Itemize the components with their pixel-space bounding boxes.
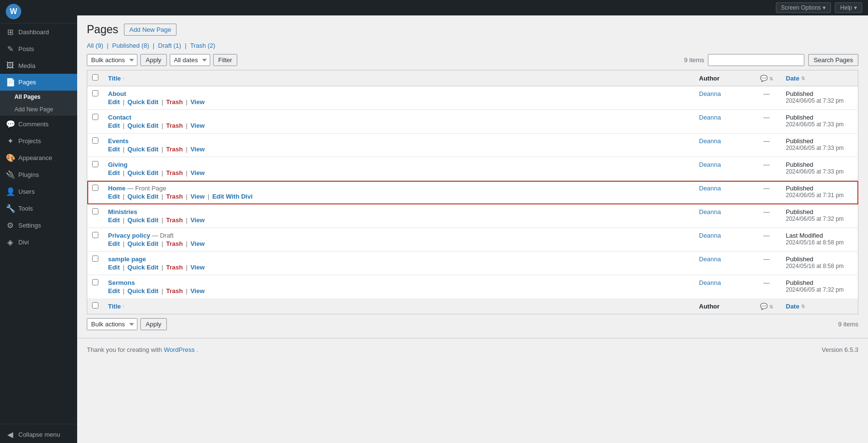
sidebar-item-dashboard[interactable]: ⊞ Dashboard [0, 24, 77, 40]
row-action-edit[interactable]: Edit [108, 287, 120, 295]
row-checkbox[interactable] [92, 232, 98, 238]
sidebar-item-settings[interactable]: ⚙ Settings [0, 217, 77, 234]
row-checkbox[interactable] [92, 114, 98, 120]
sidebar-item-tools[interactable]: 🔧 Tools [0, 200, 77, 217]
row-action-view[interactable]: View [190, 98, 204, 106]
row-action-trash[interactable]: Trash [166, 122, 183, 129]
sidebar-item-comments[interactable]: 💬 Comments [0, 116, 77, 133]
sidebar-item-add-new-page[interactable]: Add New Page [0, 103, 77, 116]
row-checkbox[interactable] [92, 90, 98, 96]
row-action-quick-edit[interactable]: Quick Edit [127, 193, 158, 200]
row-action-edit[interactable]: Edit [108, 98, 120, 106]
bulk-actions-select-bottom[interactable]: Bulk actions [87, 318, 137, 330]
sidebar-item-users[interactable]: 👤 Users [0, 183, 77, 200]
select-all-checkbox-top[interactable] [92, 74, 98, 81]
row-action-trash[interactable]: Trash [166, 264, 183, 271]
row-action-trash[interactable]: Trash [166, 98, 183, 106]
row-action-quick-edit[interactable]: Quick Edit [127, 169, 158, 176]
row-title-link[interactable]: sample page [108, 255, 146, 263]
row-action-quick-edit[interactable]: Quick Edit [127, 264, 158, 271]
row-author-link[interactable]: Deanna [699, 137, 721, 145]
search-pages-button[interactable]: Search Pages [808, 54, 858, 66]
row-title-link[interactable]: Sermons [108, 279, 135, 286]
row-author-link[interactable]: Deanna [699, 208, 721, 215]
row-action-quick-edit[interactable]: Quick Edit [127, 240, 158, 247]
row-action-quick-edit[interactable]: Quick Edit [127, 216, 158, 224]
row-author-link[interactable]: Deanna [699, 232, 721, 239]
sidebar-item-all-pages[interactable]: All Pages [0, 91, 77, 103]
row-author-link[interactable]: Deanna [699, 255, 721, 263]
row-author-link[interactable]: Deanna [699, 114, 721, 121]
sidebar-item-posts[interactable]: ✎ Posts [0, 40, 77, 57]
row-action-edit[interactable]: Edit [108, 216, 120, 224]
row-action-view[interactable]: View [190, 146, 204, 153]
row-action-edit[interactable]: Edit [108, 122, 120, 129]
search-input[interactable] [708, 54, 804, 66]
row-action-view[interactable]: View [190, 264, 204, 271]
row-action-trash[interactable]: Trash [166, 240, 183, 247]
sidebar-item-projects[interactable]: ✦ Projects [0, 133, 77, 149]
row-action-trash[interactable]: Trash [166, 193, 183, 200]
row-action-edit[interactable]: Edit [108, 146, 120, 153]
row-action-view[interactable]: View [190, 169, 204, 176]
row-checkbox[interactable] [92, 161, 98, 167]
sidebar-item-media[interactable]: 🖼 Media [0, 57, 77, 74]
row-action-quick-edit[interactable]: Quick Edit [127, 287, 158, 295]
apply-button-top[interactable]: Apply [140, 54, 167, 66]
collapse-menu-button[interactable]: ◀ Collapse menu [0, 426, 77, 443]
sidebar-item-divi[interactable]: ◈ Divi [0, 234, 77, 251]
sidebar-item-appearance[interactable]: 🎨 Appearance [0, 149, 77, 166]
row-action-trash[interactable]: Trash [166, 169, 183, 176]
row-title-link[interactable]: Events [108, 137, 129, 145]
sort-title-link[interactable]: Title ↑ [108, 75, 125, 82]
row-action-view[interactable]: View [190, 193, 204, 200]
row-action-edit[interactable]: Edit [108, 264, 120, 271]
sidebar-item-plugins[interactable]: 🔌 Plugins [0, 166, 77, 183]
row-author-link[interactable]: Deanna [699, 161, 721, 168]
row-action-quick-edit[interactable]: Quick Edit [127, 146, 158, 153]
row-title-link[interactable]: Contact [108, 114, 131, 121]
row-action-view[interactable]: View [190, 287, 204, 295]
row-action-trash[interactable]: Trash [166, 287, 183, 295]
row-checkbox[interactable] [92, 208, 98, 215]
help-button[interactable]: Help ▾ [835, 2, 862, 13]
row-title-link[interactable]: Ministries [108, 208, 137, 215]
row-action-view[interactable]: View [190, 240, 204, 247]
row-title-link[interactable]: Privacy policy [108, 232, 150, 239]
filter-all[interactable]: All (9) [87, 42, 105, 49]
screen-options-button[interactable]: Screen Options ▾ [776, 2, 831, 13]
bulk-actions-select-top[interactable]: Bulk actions [87, 54, 137, 66]
row-action-edit[interactable]: Edit [108, 169, 120, 176]
select-all-checkbox-bottom[interactable] [92, 302, 98, 309]
row-author-link[interactable]: Deanna [699, 185, 721, 192]
row-action-view[interactable]: View [190, 122, 204, 129]
row-title-link[interactable]: About [108, 90, 126, 97]
row-action-edit[interactable]: Edit [108, 240, 120, 247]
filter-trash[interactable]: Trash (2) [190, 42, 215, 49]
add-new-page-button[interactable]: Add New Page [124, 24, 176, 36]
row-checkbox[interactable] [92, 137, 98, 144]
row-action-trash[interactable]: Trash [166, 146, 183, 153]
row-author-link[interactable]: Deanna [699, 90, 721, 97]
filter-published[interactable]: Published (8) [112, 42, 151, 49]
row-action-edit-with-divi[interactable]: Edit With Divi [212, 193, 253, 200]
filter-button[interactable]: Filter [213, 54, 238, 66]
wordpress-link[interactable]: WordPress [164, 346, 195, 353]
filter-draft[interactable]: Draft (1) [158, 42, 183, 49]
sort-title-link-bottom[interactable]: Title ↑ [108, 303, 125, 310]
row-action-trash[interactable]: Trash [166, 216, 183, 224]
row-action-edit[interactable]: Edit [108, 193, 120, 200]
sidebar-item-pages[interactable]: 📄 Pages [0, 74, 77, 91]
row-action-view[interactable]: View [190, 216, 204, 224]
row-action-quick-edit[interactable]: Quick Edit [127, 122, 158, 129]
row-checkbox[interactable] [92, 185, 98, 191]
row-action-quick-edit[interactable]: Quick Edit [127, 98, 158, 106]
apply-button-bottom[interactable]: Apply [140, 318, 167, 330]
row-checkbox[interactable] [92, 279, 98, 285]
row-checkbox[interactable] [92, 255, 98, 262]
row-title-link[interactable]: Home [108, 185, 125, 192]
date-filter-select[interactable]: All dates [170, 54, 210, 66]
sort-date-link[interactable]: Date ⇅ [786, 75, 805, 82]
sort-date-link-bottom[interactable]: Date ⇅ [786, 303, 805, 310]
row-author-link[interactable]: Deanna [699, 279, 721, 286]
